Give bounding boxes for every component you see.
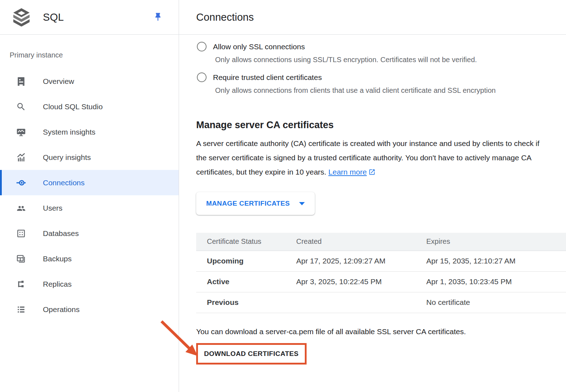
sidebar-item-query-insights[interactable]: Query insights (0, 145, 179, 170)
sidebar-item-label: Backups (43, 255, 72, 263)
radio-button-icon[interactable] (197, 42, 207, 51)
pin-icon[interactable] (153, 11, 163, 23)
cloud-sql-connections-page: SQL Primary instance Overview (0, 0, 566, 392)
cert-status: Upcoming (196, 251, 296, 271)
cert-created: Apr 17, 2025, 12:09:27 AM (296, 251, 426, 271)
table-row: Previous No certificate (196, 292, 566, 313)
sidebar-item-users[interactable]: Users (0, 195, 179, 221)
table-row: Active Apr 3, 2025, 10:22:45 PM Apr 1, 2… (196, 271, 566, 292)
radio-label[interactable]: Allow only SSL connections (213, 42, 305, 51)
cert-created: Apr 3, 2025, 10:22:45 PM (296, 271, 426, 292)
databases-icon (16, 228, 26, 239)
sidebar-item-label: Query insights (43, 153, 91, 162)
query-insights-icon (16, 152, 26, 163)
radio-description: Only allows connections from clients tha… (215, 86, 566, 95)
manage-ca-description: A server certificate authority (CA) cert… (196, 136, 550, 179)
operations-icon (16, 304, 26, 315)
sidebar-item-label: Users (43, 204, 63, 212)
download-certificates-button[interactable]: DOWNLOAD CERTIFICATES (198, 345, 305, 363)
main-content: Connections Allow only SSL connections O… (179, 0, 566, 392)
sidebar-section-label: Primary instance (10, 51, 179, 59)
cert-expires: Apr 15, 2035, 12:10:27 AM (426, 251, 566, 271)
cert-created (296, 292, 426, 313)
backups-icon (16, 253, 26, 264)
system-insights-icon (16, 127, 26, 137)
sidebar-item-label: Databases (43, 229, 79, 238)
column-header-created: Created (296, 233, 426, 251)
learn-more-label: Learn more (328, 168, 367, 176)
sidebar-item-connections[interactable]: Connections (0, 170, 179, 195)
app-title: SQL (43, 11, 64, 23)
search-icon (16, 101, 26, 112)
page-title: Connections (196, 11, 254, 23)
sidebar-item-cloud-sql-studio[interactable]: Cloud SQL Studio (0, 94, 179, 119)
cert-status: Active (196, 271, 296, 292)
certificates-table: Certificate Status Created Expires Upcom… (196, 233, 566, 313)
sidebar-item-operations[interactable]: Operations (0, 297, 179, 322)
manage-certificates-button[interactable]: MANAGE CERTIFICATES (196, 192, 315, 215)
annotation-highlight-box: DOWNLOAD CERTIFICATES (196, 343, 307, 365)
external-link-icon (368, 169, 376, 176)
download-note: You can download a server-ca.pem file of… (196, 327, 566, 336)
sidebar-item-label: Overview (43, 77, 74, 86)
cert-expires: Apr 1, 2035, 10:23:45 PM (426, 271, 566, 292)
cert-status: Previous (196, 292, 296, 313)
sidebar-item-system-insights[interactable]: System insights (0, 119, 179, 145)
sidebar-nav: Overview Cloud SQL Studio (0, 69, 179, 322)
chevron-down-icon (299, 202, 305, 205)
cert-expires: No certificate (426, 292, 566, 313)
manage-ca-heading: Manage server CA certificates (196, 120, 566, 131)
sidebar-item-backups[interactable]: Backups (0, 246, 179, 271)
sidebar-item-label: Replicas (43, 280, 72, 288)
cloud-sql-logo-icon (12, 8, 31, 26)
ssl-options-group: Allow only SSL connections Only allows c… (196, 42, 566, 95)
radio-label[interactable]: Require trusted client certificates (213, 73, 322, 82)
sidebar-item-databases[interactable]: Databases (0, 221, 179, 246)
radio-button-icon[interactable] (197, 72, 207, 82)
sidebar-item-overview[interactable]: Overview (0, 69, 179, 94)
instance-overview-icon (16, 76, 26, 87)
sidebar-item-label: Connections (43, 179, 85, 187)
sidebar-item-label: System insights (43, 128, 95, 136)
connections-icon (16, 177, 26, 188)
radio-description: Only allows connections using SSL/TLS en… (215, 56, 566, 64)
manage-certificates-label: MANAGE CERTIFICATES (206, 200, 290, 207)
column-header-expires: Expires (426, 233, 566, 251)
learn-more-link[interactable]: Learn more (328, 168, 376, 176)
radio-allow-only-ssl[interactable]: Allow only SSL connections (196, 42, 566, 51)
sidebar-item-replicas[interactable]: Replicas (0, 271, 179, 297)
column-header-status: Certificate Status (196, 233, 296, 251)
table-row: Upcoming Apr 17, 2025, 12:09:27 AM Apr 1… (196, 251, 566, 271)
sidebar-item-label: Operations (43, 305, 80, 314)
page-header: Connections (179, 0, 566, 35)
table-header-row: Certificate Status Created Expires (196, 233, 566, 251)
replicas-icon (16, 279, 26, 290)
users-icon (16, 203, 26, 213)
sidebar-item-label: Cloud SQL Studio (43, 102, 103, 111)
sidebar-header: SQL (0, 0, 179, 35)
sidebar: SQL Primary instance Overview (0, 0, 179, 392)
radio-require-trusted-certs[interactable]: Require trusted client certificates (196, 72, 566, 82)
